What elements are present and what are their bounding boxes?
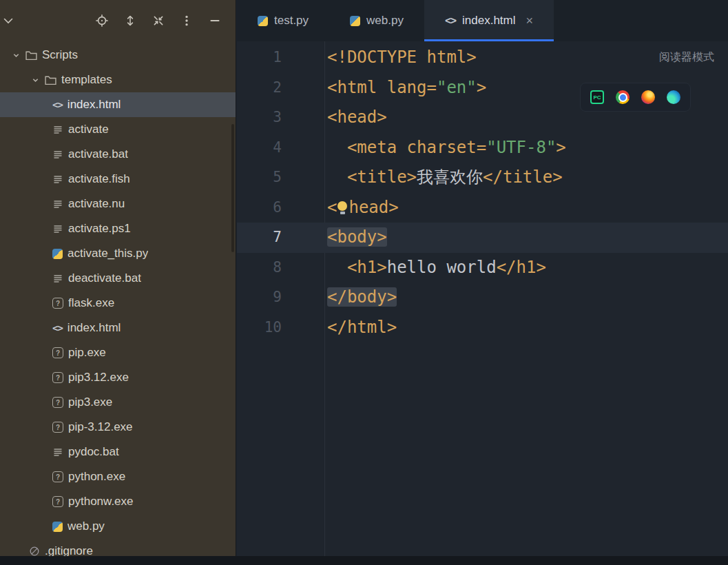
firefox-browser-icon[interactable] [641,90,655,104]
tab-web.py[interactable]: web.py [329,0,424,41]
code-text: <head> [324,103,387,133]
chevron-down-icon[interactable] [1,14,15,28]
code-line-4[interactable]: 4 <meta charset="UTF-8"> [237,133,728,163]
code-token: <html lang= [327,78,437,97]
more-options-icon[interactable] [180,14,194,28]
tab-label: web.py [366,14,404,28]
select-opened-file-icon[interactable] [95,14,109,28]
pycharm-browser-icon[interactable]: PC [590,90,604,104]
chevron-down-icon[interactable] [30,76,40,84]
tree-item-label: activate.nu [68,197,125,211]
tree-item-deactivate.bat[interactable]: deactivate.bat [0,266,236,291]
tree-item-index.html[interactable]: <>index.html [0,92,236,117]
code-token: </body> [327,287,397,307]
code-line-1[interactable]: 1<!DOCTYPE html> [237,43,728,73]
code-token: <meta charset= [327,138,486,157]
editor[interactable]: 1<!DOCTYPE html>2<html lang="en">3<head>… [237,41,728,556]
lightbulb-icon[interactable] [337,201,349,214]
text-file-icon [52,198,63,209]
collapse-all-icon[interactable] [152,14,165,28]
code-token: "en" [437,78,477,97]
tree-item-activate.bat[interactable]: activate.bat [0,142,236,167]
toolbar-icon-group [95,14,222,28]
close-tab-icon[interactable]: × [526,14,534,27]
tree-item-pip3.exe[interactable]: ?pip3.exe [0,390,236,415]
project-tool-window: Scriptstemplates<>index.htmlactivateacti… [0,0,236,556]
code-token: 我喜欢你 [417,167,483,187]
tree-item-activate[interactable]: activate [0,117,236,142]
code-text: <meta charset="UTF-8"> [324,133,566,163]
tree-item-pip.exe[interactable]: ?pip.exe [0,340,236,365]
python-icon [52,522,63,532]
line-number[interactable]: 1 [237,43,324,73]
code-line-10[interactable]: 10</html> [237,313,728,343]
tree-item-python.exe[interactable]: ?python.exe [0,464,236,489]
tree-item-label: activate.bat [68,147,128,161]
tree-item-label: Scripts [42,48,78,62]
code-line-8[interactable]: 8 <h1>hello world</h1> [237,253,728,283]
exe-file-icon: ? [52,397,63,408]
tree-scrollbar[interactable] [231,124,234,252]
tree-item-web.py[interactable]: web.py [0,514,236,539]
line-number[interactable]: 2 [237,73,324,103]
tab-bar: test.pyweb.py<>index.html× [237,0,728,41]
line-number[interactable]: 8 [237,253,324,283]
tree-item-label: activate.ps1 [68,222,131,236]
code-line-9[interactable]: 9</body> [237,282,728,313]
tree-item-activate_this.py[interactable]: activate_this.py [0,241,236,266]
line-number[interactable]: 4 [237,133,324,163]
tab-label: test.py [274,14,309,28]
tree-item-label: templates [61,73,112,87]
file-tree: Scriptstemplates<>index.htmlactivateacti… [0,43,236,556]
expand-all-icon[interactable] [123,14,137,28]
chrome-browser-icon[interactable] [616,90,630,104]
code-line-6[interactable]: 6<head> [237,193,728,223]
tree-item-label: activate.fish [68,172,130,186]
line-number[interactable]: 3 [237,103,324,133]
tree-item-pydoc.bat[interactable]: pydoc.bat [0,440,236,464]
tab-label: index.html [462,14,515,28]
code-text: <body> [324,223,387,253]
gitignore-icon [29,546,40,556]
tree-item-pythonw.exe[interactable]: ?pythonw.exe [0,489,236,514]
text-file-icon [52,149,63,160]
line-number[interactable]: 6 [237,193,324,223]
tree-item-pip3.12.exe[interactable]: ?pip3.12.exe [0,365,236,390]
tree-item-label: index.html [67,321,121,335]
tree-item-templates[interactable]: templates [0,68,236,92]
code-text: <head> [324,193,399,223]
line-number[interactable]: 10 [237,313,324,343]
tree-item-.gitignore[interactable]: .gitignore [0,539,236,556]
hide-tool-window-icon[interactable] [208,14,222,28]
tree-item-flask.exe[interactable]: ?flask.exe [0,291,236,316]
exe-file-icon: ? [52,347,63,358]
tree-item-label: pip-3.12.exe [68,420,133,434]
line-number[interactable]: 7 [237,223,324,253]
tree-item-label: pip3.12.exe [68,371,129,384]
code-token: hello world [387,258,497,277]
html-file-icon: <> [445,14,456,27]
exe-file-icon: ? [52,372,63,383]
tree-item-label: activate_this.py [67,247,148,260]
code-line-5[interactable]: 5 <title>我喜欢你</title> [237,163,728,193]
chevron-down-icon[interactable] [11,52,21,59]
line-number[interactable]: 5 [237,163,324,193]
tree-item-Scripts[interactable]: Scripts [0,43,236,68]
tree-item-activate.fish[interactable]: activate.fish [0,167,236,192]
edge-browser-icon[interactable] [667,90,680,104]
tree-item-label: pydoc.bat [68,445,119,459]
code-token: <title> [327,167,417,187]
text-file-icon [52,273,63,284]
line-number[interactable]: 9 [237,282,324,313]
exe-file-icon: ? [52,471,63,482]
text-file-icon [52,223,63,234]
tree-item-index.html[interactable]: <>index.html [0,316,236,340]
tab-index.html[interactable]: <>index.html× [424,0,554,41]
tree-item-pip-3.12.exe[interactable]: ?pip-3.12.exe [0,415,236,440]
tree-item-activate.nu[interactable]: activate.nu [0,192,236,216]
python-icon [258,16,268,26]
tree-item-activate.ps1[interactable]: activate.ps1 [0,216,236,241]
tree-item-label: web.py [67,520,105,533]
tab-test.py[interactable]: test.py [237,0,329,41]
code-line-7[interactable]: 7<body> [237,223,728,253]
